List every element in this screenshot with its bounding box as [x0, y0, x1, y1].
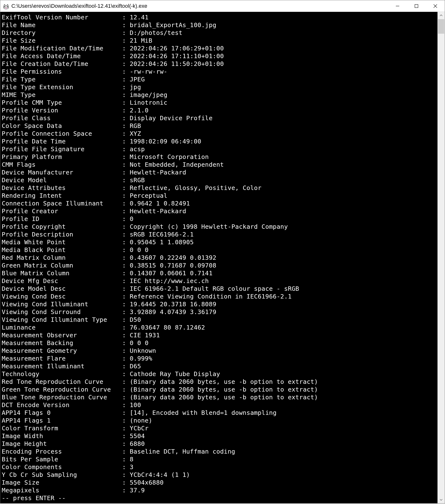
- app-icon: [3, 3, 9, 9]
- window-controls: [388, 0, 445, 12]
- svg-point-2: [7, 7, 7, 7]
- close-button[interactable]: [426, 0, 445, 12]
- maximize-button[interactable]: [407, 0, 426, 12]
- svg-rect-5: [415, 4, 418, 7]
- vertical-scrollbar[interactable]: [438, 12, 445, 503]
- svg-point-3: [6, 8, 7, 8]
- content-area: ExifTool Version Number : 12.41 File Nam…: [0, 12, 445, 503]
- window-title: C:\Users\erevos\Downloads\exiftool-12.41…: [11, 3, 388, 9]
- minimize-button[interactable]: [388, 0, 407, 12]
- titlebar[interactable]: C:\Users\erevos\Downloads\exiftool-12.41…: [0, 0, 445, 12]
- terminal-output[interactable]: ExifTool Version Number : 12.41 File Nam…: [0, 12, 438, 503]
- svg-point-1: [5, 7, 6, 7]
- scroll-thumb[interactable]: [438, 19, 444, 34]
- scroll-track[interactable]: [438, 19, 445, 496]
- scroll-down-arrow[interactable]: [438, 496, 445, 503]
- scroll-up-arrow[interactable]: [438, 12, 445, 19]
- app-window: C:\Users\erevos\Downloads\exiftool-12.41…: [0, 0, 445, 504]
